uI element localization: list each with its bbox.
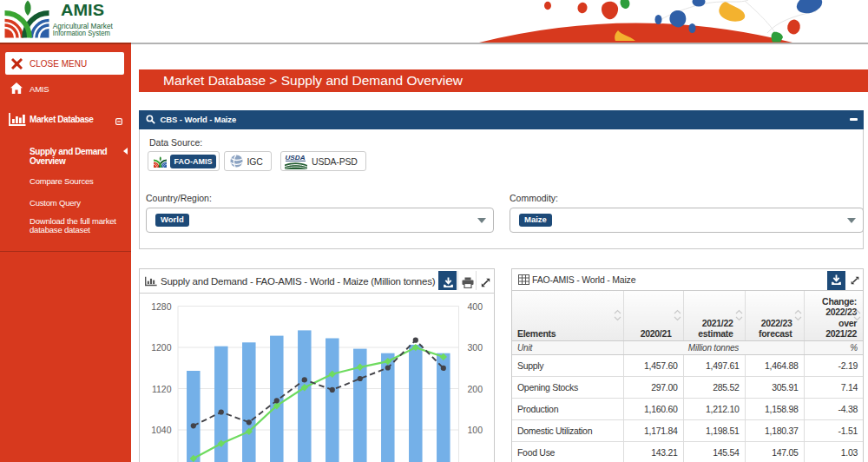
svg-text:200: 200 (468, 384, 483, 394)
svg-text:1040: 1040 (151, 425, 172, 435)
svg-text:1200: 1200 (151, 342, 172, 353)
svg-text:100: 100 (468, 425, 483, 435)
svg-text:1280: 1280 (151, 301, 172, 312)
svg-text:Information System: Information System (53, 29, 110, 37)
svg-text:USDA: USDA (286, 154, 306, 162)
svg-text:AMIS: AMIS (61, 2, 104, 19)
svg-text:400: 400 (468, 301, 483, 312)
svg-text:1120: 1120 (152, 384, 172, 394)
svg-text:300: 300 (468, 342, 483, 353)
